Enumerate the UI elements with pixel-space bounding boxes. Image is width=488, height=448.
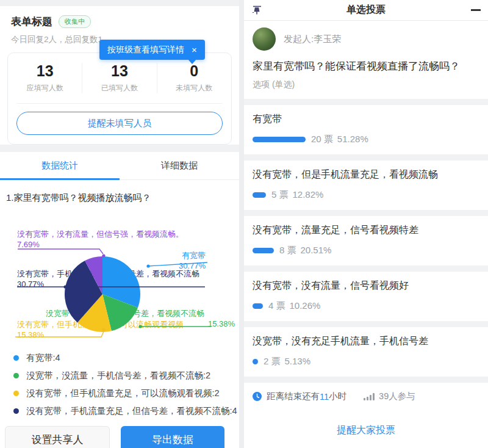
chart-legend: 有宽带:4 没宽带，没流量，手机信号差，看视频不流畅:2 没有宽带，但手机流量充… — [13, 349, 239, 420]
bar-chart-icon — [364, 393, 375, 400]
legend-dot — [13, 408, 19, 414]
callout-pct: 15.38% — [17, 330, 184, 340]
legend-item: 没宽带，没流量，手机信号差，看视频不流畅:2 — [13, 367, 239, 385]
stat-label: 应填写人数 — [8, 83, 82, 93]
option-label: 没宽带，没有充足手机流量，手机信号差 — [253, 335, 479, 348]
stat-value: 0 — [157, 63, 231, 79]
tab-data-statistics[interactable]: 数据统计 — [0, 152, 120, 179]
top-strip — [0, 0, 239, 6]
initiator-label: 发起人:李玉荣 — [284, 34, 341, 45]
vote-percent: 51.28% — [337, 134, 368, 145]
vote-bar — [253, 137, 306, 142]
close-icon[interactable]: × — [192, 45, 197, 55]
remind-vote-link[interactable]: 提醒大家投票 — [253, 424, 479, 437]
vote-count: 5 票 — [271, 189, 289, 201]
minimize-icon[interactable] — [471, 9, 481, 11]
vote-question: 家里有宽带吗？能保证看视频直播了流畅吗？ — [253, 59, 479, 74]
callout-leader-line — [18, 249, 103, 254]
tooltip-text: 按班级查看填写详情 — [107, 45, 184, 56]
callout-blue: 有宽带 30.77% — [179, 250, 206, 271]
legend-dot — [13, 355, 19, 361]
options-label: 选项 (单选) — [253, 79, 479, 92]
export-data-button[interactable]: 导出数据 — [121, 426, 224, 448]
callout-purple: 没有宽带，没有流量，但信号强，看视频流畅。 7.69% — [17, 229, 184, 250]
remind-unfilled-button[interactable]: 提醒未填写人员 — [16, 112, 223, 135]
chart-question: 1.家里有宽带吗？视频播放流畅吗？ — [6, 192, 233, 204]
option-label: 没有宽带，但是手机流量充足，看视频流畅 — [253, 168, 479, 181]
footer-buttons: 设置共享人 导出数据 — [5, 426, 224, 448]
vote-header: 单选投票 — [244, 0, 488, 21]
callout-text: 没有宽带，但手机流量充足，可以流畅观看视频 — [17, 320, 184, 329]
vote-numbers: 4 票 10.26% — [268, 300, 320, 312]
vote-count: 20 票 — [311, 134, 333, 145]
callout-yellow: 没有宽带，但手机流量充足，可以流畅观看视频 15.38% — [17, 319, 184, 340]
vote-bar — [253, 303, 263, 309]
callout-pct: 7.69% — [17, 239, 184, 250]
tooltip-pointer — [188, 59, 196, 64]
stats-card: 13 应填写人数 13 已填写人数 0 未填写人数 提醒未填写人员 — [7, 52, 232, 145]
callout-pct: 30.77% — [17, 279, 199, 289]
app-root: 表单标题 收集中 今日回复2人，总回复数1 按班级查看填写详情 × 13 应填写… — [0, 0, 488, 448]
callout-text: 有宽带 — [182, 251, 206, 260]
callout-text: 没宽带，没流量，手机信号差，看视频不流畅 — [46, 309, 204, 318]
form-stats-panel: 表单标题 收集中 今日回复2人，总回复数1 按班级查看填写详情 × 13 应填写… — [0, 0, 239, 448]
stat-label: 未填写人数 — [157, 83, 231, 93]
vote-bar — [253, 192, 266, 198]
legend-text: 没有宽带，手机流量充足，但信号差，看视频不流畅:4 — [26, 405, 237, 417]
set-sharer-button[interactable]: 设置共享人 — [5, 426, 110, 448]
callout-navy: 没有宽带，手机流量充足，但信号差，看视频不流畅 30.77% — [17, 269, 199, 289]
stat-unfilled: 0 未填写人数 — [157, 63, 231, 93]
callout-dot — [146, 264, 149, 267]
option-label: 有宽带 — [253, 113, 479, 126]
countdown-suffix: 小时 — [329, 391, 346, 402]
stat-label: 已填写人数 — [82, 83, 156, 93]
vote-body: 发起人:李玉荣 家里有宽带吗？能保证看视频直播了流畅吗？ 选项 (单选) 有宽带… — [244, 21, 488, 448]
legend-item: 有宽带:4 — [13, 349, 239, 367]
countdown-value: 11 — [320, 392, 329, 402]
vote-numbers: 20 票 51.28% — [311, 134, 368, 145]
vote-count: 8 票 — [279, 245, 296, 256]
legend-text: 有宽带:4 — [26, 352, 60, 364]
vote-percent: 12.82% — [293, 189, 324, 201]
vote-percent: 5.13% — [285, 356, 311, 367]
vote-option-4[interactable]: 没有宽带，没有流量，信号看视频好 4 票 10.26% — [244, 272, 488, 321]
pie-chart-area: 没有宽带，没有流量，但信号强，看视频流畅。 7.69% 有宽带 30.77% 没… — [0, 217, 239, 345]
vote-option-5[interactable]: 没宽带，没有充足手机流量，手机信号差 2 票 5.13% — [244, 327, 488, 377]
class-detail-tooltip[interactable]: 按班级查看填写详情 × — [99, 40, 205, 60]
vote-percent: 20.51% — [301, 245, 332, 256]
section-gap — [0, 145, 239, 152]
status-badge: 收集中 — [59, 15, 91, 28]
page-title: 表单标题 — [11, 15, 52, 29]
stat-value: 13 — [82, 63, 156, 79]
legend-dot — [13, 373, 19, 378]
vote-bar — [253, 248, 274, 253]
pin-icon[interactable] — [251, 5, 262, 16]
callout-dot — [102, 254, 105, 257]
option-label: 没有宽带，没有流量，信号看视频好 — [253, 280, 479, 292]
vote-title: 单选投票 — [244, 4, 488, 16]
callout-text: 没有宽带，手机流量充足，但信号差，看视频不流畅 — [17, 269, 199, 278]
countdown-prefix: 距离结束还有 — [267, 391, 320, 402]
vote-count: 4 票 — [268, 300, 285, 312]
legend-item: 没有宽带，手机流量充足，但信号差，看视频不流畅:4 — [13, 402, 239, 420]
vote-option-1[interactable]: 有宽带 20 票 51.28% — [244, 105, 488, 154]
vote-numbers: 2 票 5.13% — [264, 356, 310, 367]
legend-item: 没有宽带，但手机流量充足，可以流畅观看视频:2 — [13, 385, 239, 402]
legend-text: 没宽带，没流量，手机信号差，看视频不流畅:2 — [26, 370, 210, 381]
form-header: 表单标题 收集中 今日回复2人，总回复数1 按班级查看填写详情 × 13 应填写… — [0, 6, 239, 145]
vote-option-3[interactable]: 没有宽带，流量充足，信号看视频特差 8 票 20.51% — [244, 216, 488, 266]
panel-divider — [239, 0, 244, 448]
legend-text: 没有宽带，但手机流量充足，可以流畅观看视频:2 — [26, 388, 220, 399]
option-label: 没有宽带，流量充足，信号看视频特差 — [253, 224, 479, 237]
vote-option-2[interactable]: 没有宽带，但是手机流量充足，看视频流畅 5 票 12.82% — [244, 161, 488, 210]
tab-detailed-data[interactable]: 详细数据 — [120, 152, 239, 179]
vote-numbers: 8 票 20.51% — [279, 245, 331, 256]
vote-footer-card: 距离结束还有11小时 39人参与 提醒大家投票 — [244, 383, 488, 448]
callout-text: 没有宽带，没有流量，但信号强，看视频流畅。 — [17, 229, 184, 239]
vote-count: 2 票 — [264, 356, 281, 367]
stat-expected: 13 应填写人数 — [8, 63, 82, 93]
vote-panel: 单选投票 发起人:李玉荣 家里有宽带吗？能保证看视频直播了流畅吗？ 选项 (单选… — [244, 0, 488, 448]
clock-icon — [253, 392, 262, 401]
vote-info-card: 发起人:李玉荣 家里有宽带吗？能保证看视频直播了流畅吗？ 选项 (单选) — [244, 21, 488, 99]
vote-percent: 10.26% — [290, 300, 321, 312]
